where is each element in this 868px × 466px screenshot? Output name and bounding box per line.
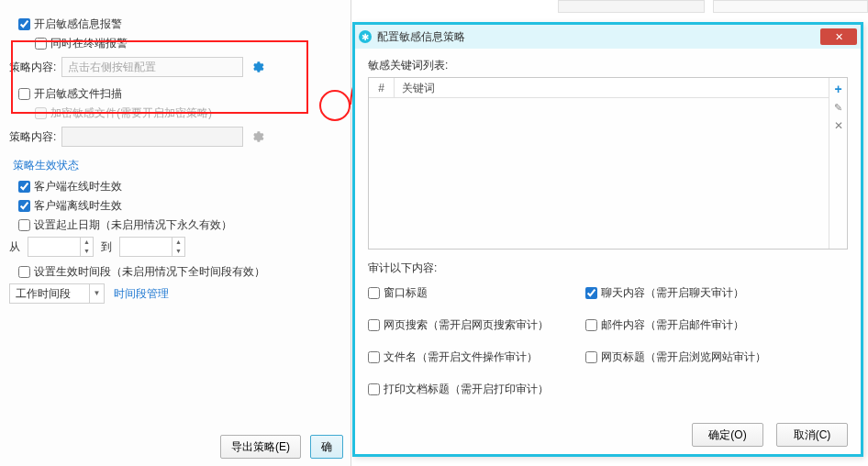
keyword-col-name: 关键词	[395, 78, 829, 97]
policy-content-row-1: 策略内容: 点击右侧按钮配置	[9, 57, 341, 77]
client-online-row: 客户端在线时生效	[18, 179, 341, 194]
set-start-date-row: 设置起止日期（未启用情况下永久有效）	[18, 217, 341, 233]
chevron-down-icon[interactable]: ▼	[89, 284, 104, 303]
open-sensitive-scan-checkbox[interactable]	[18, 88, 30, 100]
dialog-close-button[interactable]: ✕	[820, 28, 857, 45]
policy-active-section-title: 策略生效状态	[13, 158, 341, 173]
terminal-alert-label: 同时在终端报警	[50, 36, 128, 51]
policy-content-row-2: 策略内容:	[9, 127, 341, 147]
dialog-cancel-button[interactable]: 取消(C)	[776, 423, 848, 447]
audit-print-title-row: 打印文档标题（需开启打印审计）	[368, 382, 549, 397]
keyword-edit-button[interactable]: ✎	[834, 102, 842, 114]
open-sensitive-alert-checkbox[interactable]	[18, 18, 30, 30]
background-strip-1	[558, 0, 705, 13]
set-time-period-row: 设置生效时间段（未启用情况下全时间段有效）	[18, 264, 341, 280]
to-date-spinner[interactable]: ▲▼	[119, 237, 185, 257]
dialog-title-icon: ✱	[359, 30, 372, 43]
open-sensitive-scan-row: 开启敏感文件扫描	[18, 86, 341, 102]
keyword-table-main: # 关键词	[369, 78, 829, 249]
keyword-table: # 关键词 + ✎ ✕	[368, 77, 848, 250]
policy-content-label-2: 策略内容:	[9, 129, 56, 145]
client-offline-label: 客户端离线时生效	[34, 198, 122, 214]
worktime-dropdown[interactable]: 工作时间段 ▼	[9, 283, 105, 304]
open-sensitive-alert-row: 开启敏感信息报警	[18, 17, 341, 32]
audit-web-search-row: 网页搜索（需开启网页搜索审计）	[368, 317, 549, 333]
keyword-table-header: # 关键词	[369, 78, 829, 98]
close-icon: ✕	[835, 31, 843, 43]
export-policy-button[interactable]: 导出策略(E)	[220, 435, 301, 459]
keyword-delete-button[interactable]: ✕	[834, 119, 843, 132]
audit-web-title-row: 网页标题（需开启浏览网站审计）	[585, 350, 766, 365]
set-time-period-checkbox[interactable]	[18, 266, 30, 278]
encrypt-files-checkbox	[35, 107, 47, 119]
from-label: 从	[9, 239, 20, 255]
dialog-titlebar[interactable]: ✱ 配置敏感信息策略 ✕	[355, 25, 861, 49]
set-start-date-checkbox[interactable]	[18, 219, 30, 231]
terminal-alert-checkbox[interactable]	[35, 38, 47, 50]
to-label: 到	[101, 239, 112, 255]
to-date-arrows[interactable]: ▲▼	[172, 238, 184, 256]
audit-filename-label: 文件名（需开启文件操作审计）	[384, 350, 538, 365]
left-footer-buttons: 导出策略(E) 确	[220, 435, 343, 459]
audit-web-title-checkbox[interactable]	[585, 351, 597, 363]
keyword-col-index: #	[369, 78, 395, 97]
policy-content-input-1[interactable]: 点击右侧按钮配置	[61, 57, 243, 77]
audit-chat-checkbox[interactable]	[585, 287, 597, 299]
dialog-ok-button[interactable]: 确定(O)	[692, 423, 763, 447]
audit-filename-row: 文件名（需开启文件操作审计）	[368, 350, 549, 365]
confirm-button-cut[interactable]: 确	[310, 435, 343, 459]
audit-filename-checkbox[interactable]	[368, 351, 380, 363]
open-sensitive-alert-label: 开启敏感信息报警	[34, 17, 122, 32]
audit-section-label: 审计以下内容:	[368, 261, 848, 276]
left-settings-panel: 开启敏感信息报警 同时在终端报警 策略内容: 点击右侧按钮配置 开启敏感文件扫描…	[0, 0, 351, 466]
audit-print-title-label: 打印文档标题（需开启打印审计）	[384, 382, 549, 397]
audit-col-left: 窗口标题 网页搜索（需开启网页搜索审计） 文件名（需开启文件操作审计） 打印文档…	[368, 282, 549, 401]
encrypt-files-row: 加密敏感文件(需要开启加密策略)	[35, 105, 341, 121]
audit-mail-row: 邮件内容（需开启邮件审计）	[585, 317, 766, 333]
to-date-input[interactable]	[120, 238, 172, 256]
audit-web-title-label: 网页标题（需开启浏览网站审计）	[601, 350, 766, 365]
date-range-row: 从 ▲▼ 到 ▲▼	[9, 237, 341, 257]
background-strip-2	[713, 0, 868, 13]
time-period-row: 工作时间段 ▼ 时间段管理	[9, 283, 341, 304]
set-time-period-label: 设置生效时间段（未启用情况下全时间段有效）	[34, 264, 265, 280]
audit-grid: 窗口标题 网页搜索（需开启网页搜索审计） 文件名（需开启文件操作审计） 打印文档…	[368, 282, 848, 401]
gear-icon	[250, 129, 264, 144]
audit-print-title-checkbox[interactable]	[368, 383, 380, 395]
client-offline-row: 客户端离线时生效	[18, 198, 341, 214]
audit-mail-label: 邮件内容（需开启邮件审计）	[601, 317, 744, 333]
from-date-input[interactable]	[28, 238, 80, 256]
dialog-footer: 确定(O) 取消(C)	[692, 423, 848, 447]
dialog-body: 敏感关键词列表: # 关键词 + ✎ ✕ 审计以下内容: 窗口标题	[355, 49, 861, 416]
keyword-list-label: 敏感关键词列表:	[368, 58, 848, 73]
terminal-alert-row: 同时在终端报警	[35, 36, 341, 51]
policy-config-gear-1[interactable]	[249, 59, 265, 75]
audit-web-search-checkbox[interactable]	[368, 319, 380, 331]
policy-content-label-1: 策略内容:	[9, 60, 56, 75]
audit-web-search-label: 网页搜索（需开启网页搜索审计）	[384, 317, 549, 333]
audit-window-title-label: 窗口标题	[384, 285, 428, 301]
audit-window-title-row: 窗口标题	[368, 285, 549, 301]
audit-col-right: 聊天内容（需开启聊天审计） 邮件内容（需开启邮件审计） 网页标题（需开启浏览网站…	[585, 282, 766, 401]
worktime-dropdown-label: 工作时间段	[10, 284, 89, 303]
policy-content-input-2	[61, 127, 243, 147]
open-sensitive-scan-label: 开启敏感文件扫描	[34, 86, 122, 102]
audit-mail-checkbox[interactable]	[585, 319, 597, 331]
keyword-side-toolbar: + ✎ ✕	[829, 78, 847, 249]
audit-window-title-checkbox[interactable]	[368, 287, 380, 299]
client-online-checkbox[interactable]	[18, 181, 30, 193]
set-start-date-label: 设置起止日期（未启用情况下永久有效）	[34, 217, 232, 233]
gear-icon	[250, 60, 264, 74]
from-date-spinner[interactable]: ▲▼	[28, 237, 94, 257]
client-online-label: 客户端在线时生效	[34, 179, 122, 194]
sensitive-policy-dialog: ✱ 配置敏感信息策略 ✕ 敏感关键词列表: # 关键词 + ✎ ✕ 审计以下内容…	[352, 22, 863, 457]
client-offline-checkbox[interactable]	[18, 200, 30, 212]
keyword-add-button[interactable]: +	[834, 82, 841, 96]
time-management-link[interactable]: 时间段管理	[114, 286, 169, 302]
policy-config-gear-2	[249, 128, 265, 145]
from-date-arrows[interactable]: ▲▼	[80, 238, 93, 256]
encrypt-files-label: 加密敏感文件(需要开启加密策略)	[50, 105, 212, 121]
dialog-title-text: 配置敏感信息策略	[377, 29, 815, 45]
audit-chat-row: 聊天内容（需开启聊天审计）	[585, 285, 766, 301]
audit-chat-label: 聊天内容（需开启聊天审计）	[601, 285, 744, 301]
